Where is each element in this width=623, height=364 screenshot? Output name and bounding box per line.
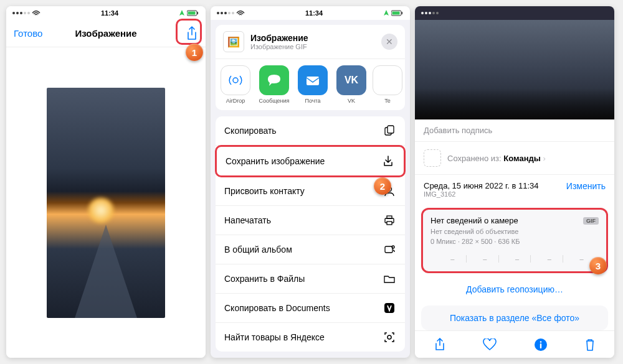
show-all-photos-button[interactable]: Показать в разделе «Все фото» bbox=[421, 306, 608, 330]
svg-rect-20 bbox=[540, 343, 541, 348]
action-save-image[interactable]: Сохранить изображение bbox=[215, 145, 406, 177]
messages-icon bbox=[259, 65, 289, 95]
svg-rect-2 bbox=[197, 12, 198, 14]
download-icon bbox=[381, 154, 395, 168]
photo-preview[interactable] bbox=[415, 20, 614, 119]
share-actions-list: Скопировать Сохранить изображение Присво… bbox=[216, 116, 405, 352]
svg-rect-4 bbox=[392, 12, 399, 15]
folder-icon bbox=[383, 272, 396, 286]
svg-point-17 bbox=[388, 335, 391, 339]
screen-preview: 11:34 Готово Изображение 1 bbox=[6, 6, 206, 358]
status-bar: 11:34 bbox=[211, 6, 410, 20]
camera-info-box: Нет сведений о камереGIF Нет сведений об… bbox=[421, 208, 608, 273]
nav-title: Изображение bbox=[75, 28, 136, 39]
action-find-yandex[interactable]: Найти товары в Яндексе bbox=[216, 323, 405, 352]
sheet-subtitle: Изображение GIF bbox=[250, 43, 308, 50]
photo-date: Среда, 15 июня 2022 г. в 11:34 bbox=[424, 181, 538, 190]
share-icon[interactable] bbox=[434, 338, 446, 352]
share-apps-row: AirDrop Сообщения Почта VKVK Te bbox=[216, 59, 405, 110]
bottom-toolbar bbox=[415, 330, 614, 358]
no-lens-label: Нет сведений об объективе bbox=[430, 228, 599, 235]
mail-icon bbox=[298, 65, 328, 95]
preview-image[interactable] bbox=[47, 88, 165, 318]
app-source-icon bbox=[424, 149, 441, 167]
image-preview-area bbox=[6, 47, 206, 358]
status-bar: 11:34 bbox=[6, 6, 206, 20]
action-copy-documents[interactable]: Скопировать в Documents bbox=[216, 294, 405, 323]
trash-icon[interactable] bbox=[584, 338, 596, 352]
svg-rect-12 bbox=[387, 216, 392, 218]
specs-label: 0 Мпикс · 282 × 500 · 636 КБ bbox=[430, 238, 599, 245]
svg-point-6 bbox=[233, 78, 238, 83]
svg-point-19 bbox=[540, 341, 541, 343]
sheet-title: Изображение bbox=[250, 33, 308, 43]
svg-rect-7 bbox=[307, 77, 319, 85]
status-time: 11:34 bbox=[101, 9, 118, 17]
app-vk[interactable]: VKVK bbox=[334, 65, 369, 104]
svg-rect-13 bbox=[387, 222, 392, 225]
saved-from-row[interactable]: Сохранено из: Команды › bbox=[415, 142, 614, 175]
svg-rect-1 bbox=[188, 12, 195, 15]
date-row: Среда, 15 июня 2022 г. в 11:34 IMG_3162 … bbox=[415, 175, 614, 204]
svg-rect-5 bbox=[401, 12, 402, 14]
action-save-files[interactable]: Сохранить в Файлы bbox=[216, 264, 405, 294]
heart-icon[interactable] bbox=[483, 338, 497, 351]
photo-filename: IMG_3162 bbox=[424, 190, 538, 198]
scan-icon bbox=[383, 330, 396, 344]
vk-icon: VK bbox=[336, 65, 366, 95]
caption-input[interactable]: Добавить подпись bbox=[415, 119, 614, 142]
status-time: 11:34 bbox=[305, 9, 323, 17]
copy-icon bbox=[383, 124, 396, 138]
done-button[interactable]: Готово bbox=[14, 28, 42, 39]
screen-photo-info: Добавить подпись Сохранено из: Команды ›… bbox=[415, 6, 614, 358]
close-button[interactable]: ✕ bbox=[381, 34, 397, 50]
action-shared-album[interactable]: В общий альбом bbox=[216, 235, 405, 264]
app-mail[interactable]: Почта bbox=[295, 65, 330, 104]
documents-app-icon bbox=[383, 301, 396, 315]
action-print[interactable]: Напечатать bbox=[216, 206, 405, 235]
partial-icon bbox=[373, 65, 402, 95]
app-messages[interactable]: Сообщения bbox=[257, 65, 292, 104]
step-marker-2: 2 bbox=[374, 177, 391, 195]
status-bar bbox=[415, 6, 614, 20]
add-geo-button[interactable]: Добавить геопозицию… bbox=[415, 277, 614, 302]
app-airdrop[interactable]: AirDrop bbox=[218, 65, 253, 104]
info-icon[interactable] bbox=[534, 338, 548, 352]
step-marker-1: 1 bbox=[186, 44, 203, 61]
share-sheet-header: 🖼️ Изображение Изображение GIF ✕ bbox=[216, 25, 405, 59]
screen-share-sheet: 11:34 🖼️ Изображение Изображение GIF ✕ A… bbox=[211, 6, 410, 358]
step-marker-3: 3 bbox=[589, 257, 607, 274]
action-copy[interactable]: Скопировать bbox=[216, 116, 405, 146]
no-camera-label: Нет сведений о камере bbox=[430, 216, 518, 225]
gif-badge: GIF bbox=[583, 217, 599, 225]
airdrop-icon bbox=[221, 65, 250, 95]
exif-placeholders: ––––– bbox=[430, 253, 599, 265]
album-icon bbox=[383, 243, 396, 256]
svg-rect-9 bbox=[388, 126, 394, 133]
svg-rect-14 bbox=[385, 246, 392, 253]
svg-point-15 bbox=[392, 246, 394, 248]
app-more[interactable]: Te bbox=[373, 65, 402, 104]
file-thumb-icon: 🖼️ bbox=[223, 31, 244, 52]
edit-date-button[interactable]: Изменить bbox=[566, 181, 606, 191]
printer-icon bbox=[383, 213, 396, 227]
highlight-box-1 bbox=[176, 19, 202, 45]
